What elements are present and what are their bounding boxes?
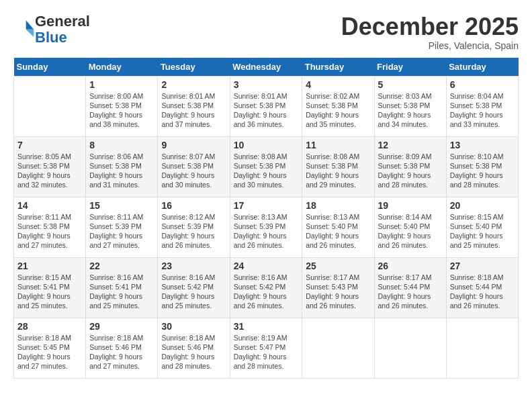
weekday-header-saturday: Saturday — [446, 58, 518, 77]
day-info: Sunrise: 8:18 AM Sunset: 5:46 PM Dayligh… — [161, 333, 226, 371]
day-info: Sunrise: 8:05 AM Sunset: 5:38 PM Dayligh… — [17, 152, 82, 190]
calendar-cell: 4Sunrise: 8:02 AM Sunset: 5:38 PM Daylig… — [302, 76, 374, 136]
day-info: Sunrise: 8:08 AM Sunset: 5:38 PM Dayligh… — [234, 152, 299, 190]
day-number: 1 — [89, 79, 154, 90]
calendar-cell: 18Sunrise: 8:13 AM Sunset: 5:40 PM Dayli… — [302, 197, 374, 257]
day-number: 27 — [450, 261, 515, 271]
day-number: 11 — [306, 140, 370, 150]
day-number: 31 — [234, 321, 299, 332]
calendar-cell: 28Sunrise: 8:18 AM Sunset: 5:45 PM Dayli… — [14, 318, 86, 378]
day-info: Sunrise: 8:14 AM Sunset: 5:40 PM Dayligh… — [378, 212, 443, 250]
logo: General Blue — [13, 13, 90, 46]
calendar-cell: 1Sunrise: 8:00 AM Sunset: 5:38 PM Daylig… — [86, 76, 158, 136]
calendar-cell: 7Sunrise: 8:05 AM Sunset: 5:38 PM Daylig… — [14, 136, 86, 197]
calendar-cell: 29Sunrise: 8:18 AM Sunset: 5:46 PM Dayli… — [86, 318, 158, 378]
calendar-cell: 17Sunrise: 8:13 AM Sunset: 5:39 PM Dayli… — [230, 197, 302, 257]
day-number: 26 — [378, 261, 443, 271]
day-number: 16 — [161, 200, 226, 211]
day-info: Sunrise: 8:02 AM Sunset: 5:38 PM Dayligh… — [306, 91, 370, 130]
calendar-cell: 24Sunrise: 8:16 AM Sunset: 5:42 PM Dayli… — [230, 257, 302, 318]
svg-marker-0 — [26, 21, 34, 30]
day-info: Sunrise: 8:18 AM Sunset: 5:45 PM Dayligh… — [17, 333, 82, 371]
day-info: Sunrise: 8:16 AM Sunset: 5:42 PM Dayligh… — [234, 273, 299, 311]
day-number: 25 — [306, 261, 370, 271]
calendar-cell: 23Sunrise: 8:16 AM Sunset: 5:42 PM Dayli… — [158, 257, 230, 318]
day-info: Sunrise: 8:19 AM Sunset: 5:47 PM Dayligh… — [234, 333, 299, 371]
calendar-cell: 3Sunrise: 8:01 AM Sunset: 5:38 PM Daylig… — [230, 76, 302, 136]
calendar-cell: 31Sunrise: 8:19 AM Sunset: 5:47 PM Dayli… — [230, 318, 302, 378]
calendar-cell: 2Sunrise: 8:01 AM Sunset: 5:38 PM Daylig… — [158, 76, 230, 136]
weekday-header-monday: Monday — [86, 58, 158, 77]
day-number: 2 — [161, 79, 226, 90]
calendar-cell: 25Sunrise: 8:17 AM Sunset: 5:43 PM Dayli… — [302, 257, 374, 318]
calendar-cell: 16Sunrise: 8:12 AM Sunset: 5:39 PM Dayli… — [158, 197, 230, 257]
day-number: 18 — [306, 200, 370, 211]
day-info: Sunrise: 8:06 AM Sunset: 5:38 PM Dayligh… — [89, 152, 154, 190]
day-number: 7 — [17, 140, 82, 150]
calendar-cell — [302, 318, 374, 378]
calendar-cell: 9Sunrise: 8:07 AM Sunset: 5:38 PM Daylig… — [158, 136, 230, 197]
calendar-cell — [374, 318, 446, 378]
day-number: 15 — [89, 200, 154, 211]
day-number: 10 — [234, 140, 299, 150]
day-number: 29 — [89, 321, 154, 332]
day-number: 13 — [450, 140, 515, 150]
day-number: 4 — [306, 79, 370, 90]
day-info: Sunrise: 8:04 AM Sunset: 5:38 PM Dayligh… — [450, 91, 515, 130]
day-info: Sunrise: 8:17 AM Sunset: 5:44 PM Dayligh… — [378, 273, 443, 311]
day-number: 23 — [161, 261, 226, 271]
calendar-cell — [446, 318, 518, 378]
logo-icon — [15, 18, 35, 38]
day-number: 6 — [450, 79, 515, 90]
page-header: General Blue December 2025 Piles, Valenc… — [13, 13, 519, 51]
calendar-cell: 30Sunrise: 8:18 AM Sunset: 5:46 PM Dayli… — [158, 318, 230, 378]
day-number: 21 — [17, 261, 82, 271]
day-number: 28 — [17, 321, 82, 332]
calendar-cell: 6Sunrise: 8:04 AM Sunset: 5:38 PM Daylig… — [446, 76, 518, 136]
week-row-5: 28Sunrise: 8:18 AM Sunset: 5:45 PM Dayli… — [14, 318, 519, 378]
day-info: Sunrise: 8:15 AM Sunset: 5:40 PM Dayligh… — [450, 212, 515, 250]
calendar-cell: 14Sunrise: 8:11 AM Sunset: 5:38 PM Dayli… — [14, 197, 86, 257]
logo-text: General Blue — [35, 13, 90, 46]
day-info: Sunrise: 8:15 AM Sunset: 5:41 PM Dayligh… — [17, 273, 82, 311]
week-row-2: 7Sunrise: 8:05 AM Sunset: 5:38 PM Daylig… — [14, 136, 519, 197]
day-number: 5 — [378, 79, 443, 90]
calendar-cell: 21Sunrise: 8:15 AM Sunset: 5:41 PM Dayli… — [14, 257, 86, 318]
calendar-cell: 15Sunrise: 8:11 AM Sunset: 5:39 PM Dayli… — [86, 197, 158, 257]
calendar-cell: 19Sunrise: 8:14 AM Sunset: 5:40 PM Dayli… — [374, 197, 446, 257]
svg-marker-1 — [26, 30, 34, 38]
calendar-cell: 10Sunrise: 8:08 AM Sunset: 5:38 PM Dayli… — [230, 136, 302, 197]
month-title: December 2025 — [341, 13, 519, 40]
calendar-body: 1Sunrise: 8:00 AM Sunset: 5:38 PM Daylig… — [14, 76, 519, 378]
calendar-cell: 27Sunrise: 8:18 AM Sunset: 5:44 PM Dayli… — [446, 257, 518, 318]
weekday-header-tuesday: Tuesday — [158, 58, 230, 77]
day-number: 9 — [161, 140, 226, 150]
day-info: Sunrise: 8:07 AM Sunset: 5:38 PM Dayligh… — [161, 152, 226, 190]
calendar-cell: 8Sunrise: 8:06 AM Sunset: 5:38 PM Daylig… — [86, 136, 158, 197]
calendar-cell: 13Sunrise: 8:10 AM Sunset: 5:38 PM Dayli… — [446, 136, 518, 197]
week-row-3: 14Sunrise: 8:11 AM Sunset: 5:38 PM Dayli… — [14, 197, 519, 257]
weekday-header-thursday: Thursday — [302, 58, 374, 77]
day-number: 30 — [161, 321, 226, 332]
day-info: Sunrise: 8:13 AM Sunset: 5:39 PM Dayligh… — [234, 212, 299, 250]
day-info: Sunrise: 8:11 AM Sunset: 5:39 PM Dayligh… — [89, 212, 154, 250]
day-info: Sunrise: 8:11 AM Sunset: 5:38 PM Dayligh… — [17, 212, 82, 250]
day-info: Sunrise: 8:16 AM Sunset: 5:42 PM Dayligh… — [161, 273, 226, 311]
day-info: Sunrise: 8:01 AM Sunset: 5:38 PM Dayligh… — [234, 91, 299, 130]
day-number: 24 — [234, 261, 299, 271]
calendar-table: SundayMondayTuesdayWednesdayThursdayFrid… — [13, 58, 519, 379]
calendar-cell: 12Sunrise: 8:09 AM Sunset: 5:38 PM Dayli… — [374, 136, 446, 197]
calendar-cell: 26Sunrise: 8:17 AM Sunset: 5:44 PM Dayli… — [374, 257, 446, 318]
day-info: Sunrise: 8:16 AM Sunset: 5:41 PM Dayligh… — [89, 273, 154, 311]
day-info: Sunrise: 8:10 AM Sunset: 5:38 PM Dayligh… — [450, 152, 515, 190]
day-info: Sunrise: 8:12 AM Sunset: 5:39 PM Dayligh… — [161, 212, 226, 250]
day-number: 19 — [378, 200, 443, 211]
day-info: Sunrise: 8:13 AM Sunset: 5:40 PM Dayligh… — [306, 212, 370, 250]
day-number: 3 — [234, 79, 299, 90]
weekday-header-friday: Friday — [374, 58, 446, 77]
day-number: 17 — [234, 200, 299, 211]
calendar-cell: 20Sunrise: 8:15 AM Sunset: 5:40 PM Dayli… — [446, 197, 518, 257]
day-number: 22 — [89, 261, 154, 271]
day-info: Sunrise: 8:03 AM Sunset: 5:38 PM Dayligh… — [378, 91, 443, 130]
day-info: Sunrise: 8:01 AM Sunset: 5:38 PM Dayligh… — [161, 91, 226, 130]
